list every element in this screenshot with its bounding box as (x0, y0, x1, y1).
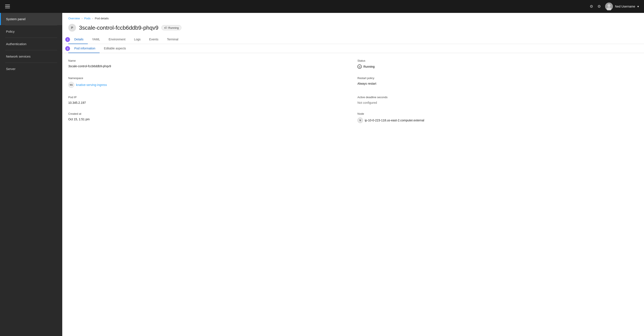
node-icon: N (358, 118, 363, 123)
field-created-at-label: Created at (68, 112, 349, 115)
sidebar-item-server[interactable]: Server (0, 63, 62, 75)
field-name-value: 3scale-control-fccb6ddb9-phqv9 (68, 65, 349, 68)
field-status-value: ◎ Running (358, 65, 638, 69)
settings-icon-1[interactable]: ⚙ (590, 4, 593, 9)
sidebar-item-network-services[interactable]: Network services (0, 50, 62, 63)
tab-details[interactable]: Details (68, 35, 88, 44)
status-badge-label: Running (168, 26, 178, 30)
tab-yaml[interactable]: YAML (88, 35, 104, 44)
svg-point-1 (608, 4, 610, 7)
tab-logs[interactable]: Logs (130, 35, 145, 44)
sidebar-item-policy[interactable]: Policy (0, 25, 62, 38)
breadcrumb-current: Pod details (95, 17, 108, 20)
breadcrumb-pods[interactable]: Pods (84, 17, 90, 20)
dropdown-icon: ▾ (637, 5, 639, 8)
main-content: Overview › Pods › Pod details P 3scale-c… (62, 13, 644, 336)
pod-icon: P (68, 24, 76, 32)
field-created-at-value: Oct 15, 1:51 pm (68, 118, 349, 121)
field-status-label: Status (358, 59, 638, 62)
tabs-secondary: 2 Pod information Editable aspects (62, 44, 644, 53)
field-restart-value: Always restart (358, 82, 638, 85)
namespace-icon: NS (68, 82, 74, 88)
hamburger-menu[interactable] (5, 5, 10, 8)
breadcrumb: Overview › Pods › Pod details (62, 13, 644, 22)
breadcrumb-sep-1: › (82, 17, 82, 20)
breadcrumb-sep-2: › (92, 17, 93, 20)
pod-name: 3scale-control-fccb6ddb9-phqv9 (79, 25, 158, 31)
running-icon: ◎ (358, 65, 362, 69)
namespace-link[interactable]: knative-serving-ingress (76, 83, 107, 87)
breadcrumb-overview[interactable]: Overview (68, 17, 80, 20)
field-name: Name 3scale-control-fccb6ddb9-phqv9 (68, 59, 349, 69)
field-deadline-label: Active deadline seconds (358, 96, 638, 99)
field-created-at: Created at Oct 15, 1:51 pm (68, 112, 349, 123)
user-menu[interactable]: Ned Username ▾ (605, 3, 639, 10)
tab-pod-information[interactable]: Pod information (68, 44, 100, 53)
tag-icon: 🏷 (164, 26, 167, 30)
tab-editable-aspects[interactable]: Editable aspects (100, 44, 130, 53)
field-pod-ip-label: Pod IP (68, 96, 349, 99)
namespace-badge: NS knative-serving-ingress (68, 82, 107, 88)
field-name-label: Name (68, 59, 349, 62)
field-deadline: Active deadline seconds Not configured (358, 96, 638, 104)
field-status: Status ◎ Running (358, 59, 638, 69)
tab-events[interactable]: Events (145, 35, 163, 44)
settings-icon-2[interactable]: ⚙ (598, 4, 601, 9)
info-grid: Name 3scale-control-fccb6ddb9-phqv9 Stat… (62, 53, 644, 129)
running-text: Running (364, 65, 374, 68)
header-left (5, 5, 10, 8)
node-badge: N ip-10-0-223-118.us-east-2.computer.ext… (358, 118, 424, 123)
field-pod-ip: Pod IP 10.345.2.197 (68, 96, 349, 104)
username: Ned Username (615, 5, 635, 8)
field-restart-label: Restart policy (358, 77, 638, 80)
step-badge-2: 2 (65, 46, 70, 51)
field-pod-ip-value: 10.345.2.197 (68, 101, 349, 104)
tab-terminal[interactable]: Terminal (163, 35, 183, 44)
field-deadline-value: Not configured (358, 101, 638, 104)
sidebar: System panel Policy Authentication Netwo… (0, 13, 62, 336)
field-namespace: Namespace NS knative-serving-ingress (68, 77, 349, 88)
pod-title-row: P 3scale-control-fccb6ddb9-phqv9 🏷 Runni… (62, 22, 644, 35)
header: ⚙ ⚙ Ned Username ▾ (0, 0, 644, 13)
sidebar-item-system-panel[interactable]: System panel (0, 13, 62, 25)
tabs-primary: 1 Details YAML Environment Logs Events T… (62, 35, 644, 44)
app-body: System panel Policy Authentication Netwo… (0, 13, 644, 336)
field-namespace-label: Namespace (68, 77, 349, 80)
field-node-label: Node (358, 112, 638, 115)
header-right: ⚙ ⚙ Ned Username ▾ (590, 3, 639, 10)
avatar (605, 3, 613, 10)
field-restart-policy: Restart policy Always restart (358, 77, 638, 88)
status-badge: 🏷 Running (162, 25, 182, 30)
field-node: Node N ip-10-0-223-118.us-east-2.compute… (358, 112, 638, 123)
tab-environment[interactable]: Environment (104, 35, 130, 44)
node-value: ip-10-0-223-118.us-east-2.computer.exter… (365, 119, 424, 122)
sidebar-item-authentication[interactable]: Authentication (0, 38, 62, 50)
